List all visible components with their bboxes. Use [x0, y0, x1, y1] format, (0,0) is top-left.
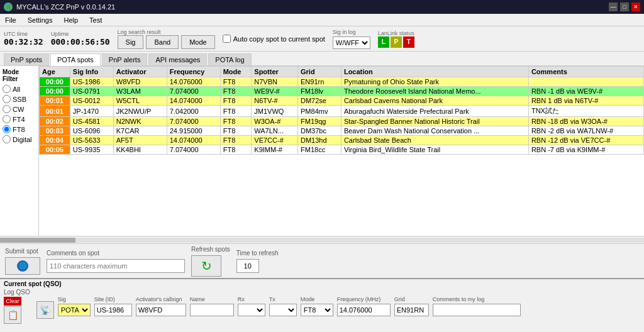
table-row[interactable]: 00:00US-0791W3LAM7.074000FT8WE9V-#FM18lv…	[40, 87, 644, 96]
col-grid: Grid	[298, 67, 341, 77]
table-row[interactable]: 00:03US-6096K7CAR24.915000FT8WA7LN...DM3…	[40, 126, 644, 136]
horizontal-scrollbar[interactable]	[0, 236, 644, 243]
table-row[interactable]: 00:02US-4581N2NWK7.074000FT8W3OA-#FM19qg…	[40, 117, 644, 126]
col-frequency: Frequency	[167, 67, 220, 77]
globe-icon: 🌐	[17, 260, 28, 272]
menu-test[interactable]: Test	[87, 16, 104, 24]
close-button[interactable]: ✕	[631, 3, 640, 11]
site-id-input[interactable]	[94, 304, 132, 316]
col-sig-info: Sig Info	[70, 67, 113, 77]
activator-label: Activator's callsign	[136, 296, 186, 302]
tab-pota-spots[interactable]: POTA spots	[50, 53, 101, 66]
cell-grid: FM18lv	[298, 87, 341, 96]
cell-mode: FT8	[220, 77, 252, 87]
activator-input[interactable]	[136, 304, 186, 316]
comments-on-spot-group: Comments on spot	[47, 250, 185, 273]
col-spotter: Spotter	[252, 67, 298, 77]
table-row[interactable]: 00:01JP-1470JK2NWU/P7.042000FT8JM1VWQPM8…	[40, 106, 644, 117]
comments-my-log-input[interactable]	[433, 304, 521, 316]
mode-cw-radio[interactable]	[3, 105, 11, 113]
col-location: Location	[341, 67, 528, 77]
cell-siginfo: JP-1470	[70, 106, 113, 117]
current-spot-title: Current spot (QSO)	[4, 280, 640, 287]
tab-api-messages[interactable]: API messages	[148, 53, 207, 65]
rx-select[interactable]	[238, 304, 265, 316]
mode-digital[interactable]: Digital	[3, 135, 36, 143]
cell-grid: FM19qg	[298, 117, 341, 126]
table-row[interactable]: 00:00US-1986W8VFD14.076000FT8N7VBNEN91rn…	[40, 77, 644, 87]
cell-activator: W5CTL	[113, 96, 167, 106]
utc-label: UTC time	[4, 31, 43, 37]
frequency-input[interactable]	[337, 304, 391, 316]
site-id-field-group: Site (ID)	[94, 296, 132, 316]
maximize-button[interactable]: □	[620, 3, 629, 11]
sig-in-log-select[interactable]: W/WFF	[333, 36, 370, 49]
cell-grid: DM13hd	[298, 136, 341, 145]
comments-on-spot-input[interactable]	[47, 259, 185, 273]
cell-location: Theodore Roosevelt Island National Memo.…	[341, 87, 528, 96]
cell-spotter: N6TV-#	[252, 96, 298, 106]
band-button[interactable]: Band	[146, 35, 179, 49]
tab-bar: PnP spots POTA spots PnP alerts API mess…	[0, 52, 644, 66]
mode-ft8-radio[interactable]	[3, 125, 11, 133]
menu-settings[interactable]: Settings	[25, 16, 55, 24]
mode-all[interactable]: All	[3, 85, 36, 93]
lan-p-button[interactable]: P	[391, 36, 402, 48]
mode-ft4[interactable]: FT4	[3, 115, 36, 123]
tab-pnp-spots[interactable]: PnP spots	[4, 53, 49, 65]
name-input[interactable]	[190, 304, 234, 316]
mode-ft4-radio[interactable]	[3, 115, 11, 123]
refresh-spots-button[interactable]: ↻	[191, 255, 221, 277]
submit-spot-button[interactable]: 🌐	[5, 257, 40, 275]
sig-in-log-group: Sig in log W/WFF	[333, 29, 370, 49]
minimize-button[interactable]: —	[609, 3, 618, 11]
spots-table-container[interactable]: Age Sig Info Activator Frequency Mode Sp…	[39, 66, 644, 236]
title-bar: 🌿 MYCALL's ZCZ PnP v 0.0.14.21 — □ ✕	[0, 0, 644, 14]
lan-l-button[interactable]: L	[378, 36, 389, 48]
mode-button[interactable]: Mode	[181, 35, 215, 49]
menu-help[interactable]: Help	[61, 16, 80, 24]
cell-age: 00:01	[40, 96, 70, 106]
sig-button[interactable]: Sig	[118, 35, 144, 49]
col-activator: Activator	[113, 67, 167, 77]
menu-file[interactable]: File	[3, 16, 19, 24]
utc-time-group: UTC time 00:32:32	[4, 31, 43, 47]
spots-table: Age Sig Info Activator Frequency Mode Sp…	[39, 66, 644, 155]
table-row[interactable]: 00:01US-0012W5CTL14.074000FT8N6TV-#DM72s…	[40, 96, 644, 106]
comments-my-log-label: Comments to my log	[433, 296, 521, 302]
mode-ft8[interactable]: FT8	[3, 125, 36, 133]
current-spot-bar: Current spot (QSO) Log QSO Clear 📋 📡 Sig…	[0, 278, 644, 322]
mode-ssb-radio[interactable]	[3, 95, 11, 103]
cell-spotter: VE7CC-#	[252, 136, 298, 145]
lan-t-button[interactable]: T	[403, 36, 414, 48]
time-to-refresh-input[interactable]	[236, 259, 259, 273]
mode-digital-radio[interactable]	[3, 135, 11, 143]
cell-siginfo: US-4581	[70, 117, 113, 126]
table-row[interactable]: 00:04US-5633AF5T14.074000FT8VE7CC-#DM13h…	[40, 136, 644, 145]
cell-comments: TNX試た	[528, 106, 643, 117]
cell-age: 00:05	[40, 145, 70, 155]
mode-label: Mode	[301, 296, 333, 302]
sig-select[interactable]: POTA	[58, 304, 91, 316]
cell-spotter: WA7LN...	[252, 126, 298, 136]
cell-siginfo: US-6096	[70, 126, 113, 136]
mode-cw[interactable]: CW	[3, 105, 36, 113]
cell-age: 00:00	[40, 77, 70, 87]
mode-all-radio[interactable]	[3, 85, 11, 93]
cell-siginfo: US-1986	[70, 77, 113, 87]
spot-antenna-button[interactable]: 📡	[36, 301, 54, 319]
mode-select[interactable]: FT8	[301, 304, 333, 316]
action-bar: Submit spot 🌐 Comments on spot Refresh s…	[0, 243, 644, 278]
tab-pnp-alerts[interactable]: PnP alerts	[102, 53, 148, 65]
tab-pota-log[interactable]: POTA log	[208, 53, 251, 65]
cell-frequency: 7.042000	[167, 106, 220, 117]
table-row[interactable]: 00:05US-9935KK4BHI7.074000FT8K9IMM-#FM18…	[40, 145, 644, 155]
tx-select[interactable]	[269, 304, 297, 316]
clear-button[interactable]: Clear	[4, 297, 21, 306]
grid-input[interactable]	[394, 304, 429, 316]
auto-copy-checkbox[interactable]	[223, 35, 231, 43]
cell-activator: KK4BHI	[113, 145, 167, 155]
mode-ssb[interactable]: SSB	[3, 95, 36, 103]
log-qso-button[interactable]: 📋	[4, 306, 21, 324]
tx-label: Tx	[269, 296, 297, 302]
